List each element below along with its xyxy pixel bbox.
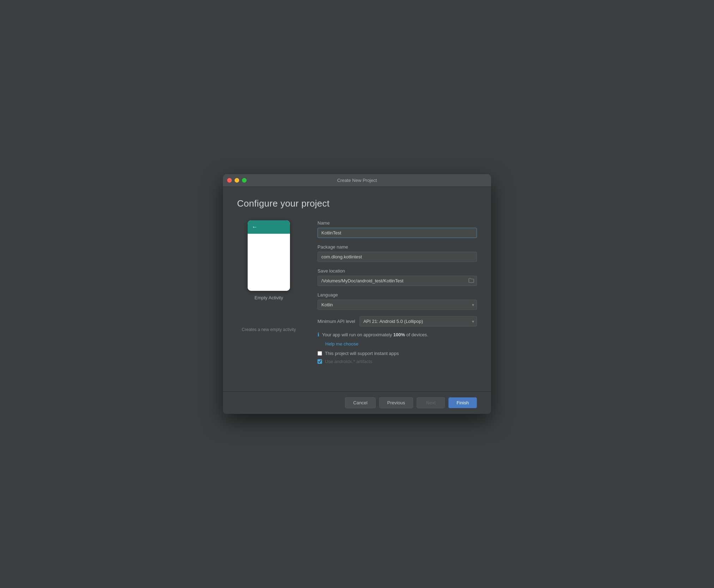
info-row: ℹ Your app will run on approximately 100… xyxy=(317,331,477,338)
save-location-wrapper xyxy=(317,276,477,286)
titlebar: Create New Project xyxy=(223,174,491,187)
phone-body xyxy=(248,234,290,291)
previous-button[interactable]: Previous xyxy=(379,397,413,408)
info-text: Your app will run on approximately 100% … xyxy=(322,331,428,338)
name-input[interactable] xyxy=(317,228,477,238)
androidx-row: Use androidx.* artifacts xyxy=(317,359,477,364)
language-field-group: Language Kotlin Java ▾ xyxy=(317,292,477,310)
footer: Cancel Previous Next Finish xyxy=(223,391,491,414)
instant-apps-row: This project will support instant apps xyxy=(317,351,477,356)
help-me-choose-link[interactable]: Help me choose xyxy=(325,341,477,347)
back-arrow-icon: ← xyxy=(252,224,258,230)
info-text-bold: 100% xyxy=(393,332,405,337)
minimize-button[interactable] xyxy=(235,178,239,183)
api-select-wrapper: API 21: Android 5.0 (Lollipop) API 22: A… xyxy=(359,316,477,326)
api-level-label: Minimum API level xyxy=(317,319,355,324)
main-area: ← Empty Activity Creates a new empty act… xyxy=(237,220,477,367)
api-level-select[interactable]: API 21: Android 5.0 (Lollipop) API 22: A… xyxy=(359,316,477,326)
name-label: Name xyxy=(317,220,477,226)
main-window: Create New Project Configure your projec… xyxy=(223,174,491,414)
activity-label: Empty Activity xyxy=(255,295,283,300)
preview-section: ← Empty Activity Creates a new empty act… xyxy=(237,220,301,332)
content-area: Configure your project ← Empty Activity … xyxy=(223,187,491,391)
maximize-button[interactable] xyxy=(242,178,247,183)
language-select-wrapper: Kotlin Java ▾ xyxy=(317,300,477,310)
save-location-label: Save location xyxy=(317,268,477,274)
androidx-label: Use androidx.* artifacts xyxy=(325,359,372,364)
language-select[interactable]: Kotlin Java xyxy=(317,300,477,310)
api-level-row: Minimum API level API 21: Android 5.0 (L… xyxy=(317,316,477,326)
info-text-part2: of devices. xyxy=(405,332,428,337)
info-icon: ℹ xyxy=(317,332,319,337)
instant-apps-label: This project will support instant apps xyxy=(325,351,399,356)
package-label: Package name xyxy=(317,244,477,250)
next-button[interactable]: Next xyxy=(417,397,445,408)
name-field-group: Name xyxy=(317,220,477,238)
page-title: Configure your project xyxy=(237,198,477,209)
traffic-lights xyxy=(227,178,247,183)
language-label: Language xyxy=(317,292,477,298)
close-button[interactable] xyxy=(227,178,232,183)
package-input[interactable] xyxy=(317,252,477,262)
info-text-part1: Your app will run on approximately xyxy=(322,332,393,337)
form-section: Name Package name Save location xyxy=(317,220,477,367)
package-field-group: Package name xyxy=(317,244,477,262)
save-location-input[interactable] xyxy=(317,276,477,286)
phone-preview: ← xyxy=(248,220,290,291)
window-title: Create New Project xyxy=(337,178,377,183)
save-location-field-group: Save location xyxy=(317,268,477,286)
creates-label: Creates a new empty activity xyxy=(242,327,296,332)
phone-header: ← xyxy=(248,220,290,234)
finish-button[interactable]: Finish xyxy=(448,397,477,408)
cancel-button[interactable]: Cancel xyxy=(345,397,375,408)
folder-icon[interactable] xyxy=(468,278,474,284)
androidx-checkbox[interactable] xyxy=(317,359,322,364)
instant-apps-checkbox[interactable] xyxy=(317,351,322,356)
